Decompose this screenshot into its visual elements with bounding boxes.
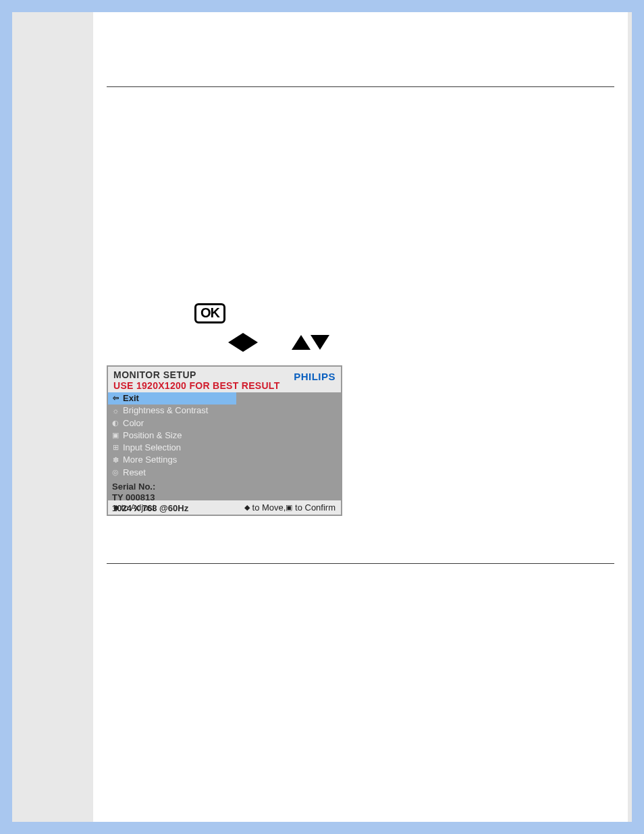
triangle-down-icon [311,335,329,350]
osd-item-label: Input Selection [123,442,181,453]
triangle-left-icon [228,333,243,352]
osd-right-pane [236,392,341,500]
ok-button-icon: OK [194,303,225,323]
osd-item-brightness-contrast[interactable]: ☼ Brightness & Contrast [108,405,236,417]
color-icon: ◐ [112,419,119,428]
philips-logo: PHILIPS [294,371,336,382]
footer-move-text: to Move, [250,502,286,513]
serial-label: Serial No.: [112,481,232,492]
footer-right: ◆ to Move,▣ to Confirm [244,502,336,513]
content-area: OK MONITOR SETUP USE 1920X1200 FOR BEST … [93,12,632,822]
page-outer: OK MONITOR SETUP USE 1920X1200 FOR BEST … [0,0,644,834]
osd-panel: MONITOR SETUP USE 1920X1200 FOR BEST RES… [107,365,342,516]
diamond-icon: ◆ [113,503,119,512]
osd-item-exit[interactable]: ⇦ Exit [108,392,236,405]
ok-button-row: OK [194,303,614,323]
triangle-right-icon [243,333,258,352]
up-down-arrows-icon [292,335,329,350]
exit-icon: ⇦ [112,394,119,403]
osd-item-input-selection[interactable]: ⊞ Input Selection [108,442,236,454]
diamond-icon: ◆ [244,503,250,512]
osd-header: MONITOR SETUP USE 1920X1200 FOR BEST RES… [108,367,341,392]
osd-item-label: More Settings [123,454,177,465]
serial-value: TY 000813 [112,492,232,503]
osd-item-label: Position & Size [123,430,182,441]
left-right-arrows-icon [228,333,258,352]
osd-menu: ⇦ Exit ☼ Brightness & Contrast ◐ Color [108,392,236,500]
confirm-icon: ▣ [286,503,292,512]
page-inner: OK MONITOR SETUP USE 1920X1200 FOR BEST … [12,12,632,822]
divider-top [107,86,614,87]
osd-item-reset[interactable]: ◎ Reset [108,467,236,479]
arrow-row [228,333,614,352]
osd-item-more-settings[interactable]: ✽ More Settings [108,454,236,466]
osd-item-label: Exit [123,393,139,404]
footer-left: ◆ to Adjust [113,502,155,513]
osd-item-color[interactable]: ◐ Color [108,417,236,429]
divider-bottom [107,563,614,564]
footer-left-text: to Adjust [119,502,155,513]
osd-item-label: Reset [123,467,146,478]
input-icon: ⊞ [112,443,119,452]
osd-item-label: Brightness & Contrast [123,405,208,416]
reset-icon: ◎ [112,468,119,477]
brightness-icon: ☼ [112,407,119,416]
settings-icon: ✽ [112,456,119,465]
left-gutter [12,12,93,822]
triangle-up-icon [292,335,311,350]
osd-body: ⇦ Exit ☼ Brightness & Contrast ◐ Color [108,392,341,500]
osd-item-position-size[interactable]: ▣ Position & Size [108,429,236,442]
footer-confirm-text: to Confirm [292,502,336,513]
osd-item-label: Color [123,418,144,429]
position-icon: ▣ [112,431,119,440]
